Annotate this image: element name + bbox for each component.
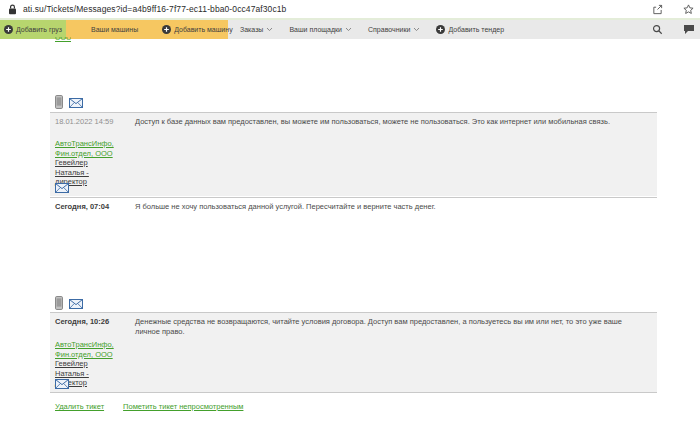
delete-ticket-link[interactable]: Удалить тикет <box>55 402 104 411</box>
site-navbar: Добавить груз Ваши машины Добавить машин… <box>0 20 700 39</box>
message-row: Сегодня, 10:26 Денежные средства не возв… <box>50 312 657 393</box>
mark-unread-link[interactable]: Пометить тикет непросмотренным <box>123 402 243 411</box>
sender-person-link[interactable]: Гевейлер <box>55 158 133 168</box>
url-text[interactable]: ati.su/Tickets/Messages?id=a4b9ff16-7f77… <box>23 4 286 14</box>
message-row: Сегодня, 07:04 Я больше не хочу пользова… <box>50 197 657 219</box>
bookmark-star-icon[interactable] <box>683 4 694 15</box>
nav-add-tender-label: Добавить тендер <box>448 26 504 33</box>
nav-add-cargo-label: Добавить груз <box>16 26 62 33</box>
contact-icons <box>55 95 83 109</box>
envelope-icon[interactable] <box>69 98 83 108</box>
message-text: Денежные средства не возвращаются, читай… <box>135 317 647 337</box>
sender-signature: АвтоТрансИнфо, Фин.отдел, ООО Гевейлер Н… <box>55 139 133 187</box>
cutoff-signature-link[interactable]: ООО <box>55 37 71 47</box>
lock-icon <box>8 4 17 15</box>
message-date: 18.01.2022 14:59 <box>55 117 133 126</box>
nav-orders[interactable]: Заказы <box>240 26 273 33</box>
nav-your-sites[interactable]: Ваши площадки <box>289 26 352 33</box>
plus-circle-icon <box>4 25 13 34</box>
sender-org-link[interactable]: АвтоТрансИнфо, <box>55 139 133 149</box>
nav-add-truck-label: Добавить машину <box>174 26 232 33</box>
sender-org-link[interactable]: Фин.отдел, ООО <box>55 350 133 360</box>
sender-person-link[interactable]: Гевейлер <box>55 359 133 369</box>
contact-icons <box>55 296 83 310</box>
chat-icon[interactable] <box>683 24 695 35</box>
search-icon[interactable] <box>652 24 663 35</box>
browser-window: ati.su/Tickets/Messages?id=a4b9ff16-7f77… <box>0 0 700 423</box>
envelope-icon[interactable] <box>55 183 69 193</box>
nav-your-trucks[interactable]: Ваши машины <box>91 26 138 33</box>
nav-orders-label: Заказы <box>240 26 263 33</box>
sender-person-link[interactable]: Наталья - <box>55 369 133 379</box>
chevron-down-icon <box>266 27 273 32</box>
message-text: Я больше не хочу пользоваться данной усл… <box>135 202 647 212</box>
share-icon[interactable] <box>652 4 663 15</box>
plus-circle-icon <box>436 25 445 34</box>
nav-directories[interactable]: Справочники <box>368 26 420 33</box>
nav-add-cargo[interactable]: Добавить груз <box>4 25 62 34</box>
envelope-icon[interactable] <box>55 379 69 389</box>
chevron-down-icon <box>413 27 420 32</box>
mobile-phone-icon[interactable] <box>55 296 63 310</box>
message-text: Доступ к базе данных вам предоставлен, в… <box>135 117 647 127</box>
nav-your-sites-label: Ваши площадки <box>289 26 342 33</box>
chevron-down-icon <box>345 27 352 32</box>
ticket-actions: Удалить тикет Пометить тикет непросмотре… <box>55 402 243 411</box>
nav-add-truck[interactable]: Добавить машину <box>162 25 232 34</box>
nav-your-trucks-label: Ваши машины <box>91 26 138 33</box>
nav-add-tender[interactable]: Добавить тендер <box>436 25 504 34</box>
plus-circle-icon <box>162 25 171 34</box>
message-row: 18.01.2022 14:59 Доступ к базе данных ва… <box>50 112 657 196</box>
message-date: Сегодня, 10:26 <box>55 317 133 326</box>
envelope-icon[interactable] <box>69 299 83 309</box>
sender-person-link[interactable]: Наталья - <box>55 168 133 178</box>
sender-org-link[interactable]: Фин.отдел, ООО <box>55 149 133 159</box>
sender-org-link[interactable]: АвтоТрансИнфо, <box>55 340 133 350</box>
address-bar[interactable]: ati.su/Tickets/Messages?id=a4b9ff16-7f77… <box>0 0 700 20</box>
nav-directories-label: Справочники <box>368 26 410 33</box>
message-date: Сегодня, 07:04 <box>55 202 133 211</box>
mobile-phone-icon[interactable] <box>55 95 63 109</box>
